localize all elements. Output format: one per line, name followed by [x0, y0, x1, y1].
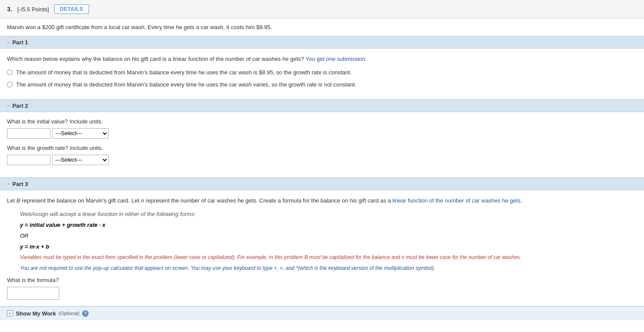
- part1-content: Which reason below explains why the bala…: [0, 49, 644, 99]
- part2-content: What is the initial value? Include units…: [0, 112, 644, 177]
- part3-note: Variables must be typed in the exact for…: [20, 253, 637, 262]
- radio-label-1: The amount of money that is deducted fro…: [16, 69, 352, 76]
- radio-option-1: The amount of money that is deducted fro…: [7, 69, 637, 76]
- part3-content: Let B represent the balance on Marvin's …: [0, 190, 644, 306]
- formula-label: What is the formula?: [7, 277, 637, 283]
- problem-text: Marvin won a $200 gift certificate from …: [0, 19, 644, 36]
- hint-intro: WebAssign will accept a linear function …: [20, 210, 637, 219]
- radio-input-2[interactable]: [7, 82, 13, 87]
- part3-question: Let B represent the balance on Marvin's …: [7, 196, 637, 205]
- show-work-optional: (Optional): [59, 311, 80, 316]
- radio-input-1[interactable]: [7, 70, 13, 75]
- part3-header: − Part 3: [0, 178, 644, 190]
- part2-section: − Part 2 What is the initial value? Incl…: [0, 100, 644, 178]
- part1-question: Which reason below explains why the bala…: [7, 55, 637, 63]
- initial-value-input[interactable]: [7, 128, 50, 139]
- part2-label: Part 2: [12, 103, 28, 109]
- part1-collapse-icon[interactable]: −: [7, 40, 10, 45]
- part3-highlight: linear function of the number of car was…: [392, 197, 521, 204]
- show-work-expand-icon[interactable]: +: [7, 310, 13, 316]
- question-points: [-/5.5 Points]: [17, 6, 49, 13]
- radio-label-2: The amount of money that is deducted fro…: [16, 81, 356, 89]
- show-work-label: Show My Work: [16, 310, 56, 317]
- hint-block: WebAssign will accept a linear function …: [20, 210, 637, 272]
- details-button[interactable]: DETAILS: [54, 4, 89, 14]
- initial-value-select[interactable]: ---Select---: [52, 128, 109, 139]
- part1-label: Part 1: [12, 39, 28, 46]
- part3-label: Part 3: [12, 181, 28, 187]
- initial-value-row: ---Select---: [7, 128, 637, 139]
- question-header: 3. [-/5.5 Points] DETAILS: [0, 0, 644, 19]
- part1-section: − Part 1 Which reason below explains why…: [0, 36, 644, 100]
- formula1: y = initial value + growth rate · x: [20, 221, 637, 230]
- part2-question2: What is the growth rate? Include units.: [7, 145, 637, 151]
- part3-section: − Part 3 Let B represent the balance on …: [0, 178, 644, 306]
- part1-question-text: Which reason below explains why the bala…: [7, 56, 304, 62]
- part2-collapse-icon[interactable]: −: [7, 103, 10, 108]
- or-text: OR: [20, 232, 637, 241]
- formula2: y = m·x + b: [20, 242, 637, 252]
- part1-highlight: You get one submission.: [305, 56, 367, 62]
- radio-option-2: The amount of money that is deducted fro…: [7, 81, 637, 89]
- formula-input[interactable]: [7, 287, 59, 300]
- growth-rate-select[interactable]: ---Select---: [52, 155, 109, 165]
- help-icon[interactable]: ?: [82, 310, 89, 317]
- part2-question1: What is the initial value? Include units…: [7, 118, 637, 125]
- part2-header: − Part 2: [0, 100, 644, 112]
- show-work-bar: + Show My Work (Optional) ?: [0, 306, 644, 320]
- part3-keyboard-note: You are not required to use the pop-up c…: [20, 264, 637, 272]
- part3-collapse-icon[interactable]: −: [7, 181, 10, 186]
- growth-rate-input[interactable]: [7, 155, 50, 165]
- question-number: 3.: [7, 6, 12, 13]
- part1-header: − Part 1: [0, 36, 644, 49]
- growth-rate-row: ---Select---: [7, 155, 637, 165]
